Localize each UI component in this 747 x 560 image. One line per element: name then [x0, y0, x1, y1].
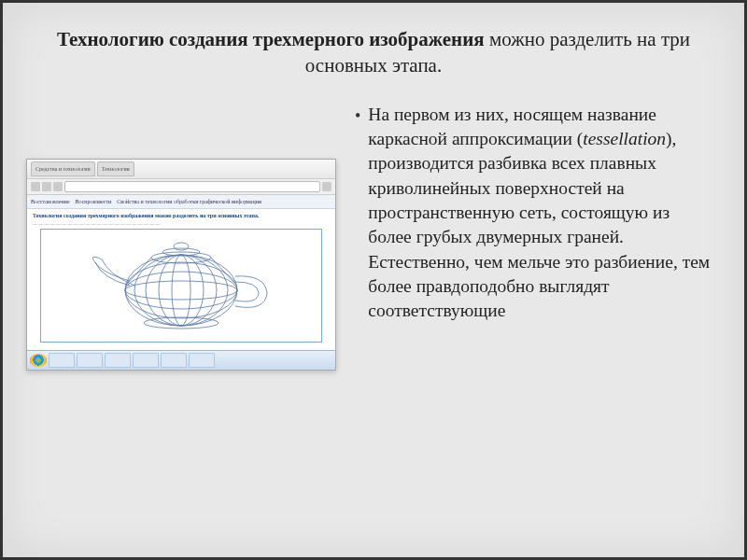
- browser-address-bar: [27, 179, 335, 195]
- taskbar-item: [189, 353, 215, 368]
- svg-point-2: [125, 272, 237, 309]
- taskbar-item: [161, 353, 187, 368]
- svg-point-4: [134, 255, 228, 326]
- toolbar-item: Воспроизвести: [76, 199, 112, 204]
- content-row: Средства и технологии Технологии Восстан…: [3, 93, 744, 371]
- address-field: [64, 181, 320, 192]
- reload-icon: [53, 182, 63, 191]
- page-heading: Технология создания трехмерного изображе…: [33, 213, 330, 218]
- forward-icon: [42, 182, 51, 191]
- browser-tab: Технологии: [97, 161, 134, 176]
- taskbar-item: [77, 353, 103, 368]
- toolbar-item: Свойства и технологии обработки графичес…: [117, 199, 261, 204]
- svg-point-13: [144, 317, 218, 329]
- browser-tab: Средства и технологии: [31, 161, 95, 176]
- taskbar-item: [105, 353, 131, 368]
- browser-screenshot: Средства и технологии Технологии Восстан…: [26, 159, 336, 371]
- svg-point-5: [146, 255, 217, 326]
- svg-point-10: [174, 243, 189, 250]
- bullet-text: На первом из них, носящем название карка…: [368, 103, 716, 324]
- windows-taskbar: [27, 350, 335, 370]
- svg-point-7: [172, 255, 190, 326]
- right-column: • На первом из них, носящем название кар…: [350, 103, 716, 371]
- taskbar-item: [49, 353, 75, 368]
- bullet-item: • На первом из них, носящем название кар…: [355, 103, 716, 324]
- bullet-em: tessellation: [583, 129, 666, 148]
- browser-page: Технология создания трехмерного изображе…: [27, 209, 335, 361]
- browser-toolbar: Восстановление Воспроизвести Свойства и …: [27, 195, 335, 209]
- bullet-part-2: ), производится разбивка всех плавных кр…: [368, 129, 710, 320]
- svg-point-6: [159, 255, 204, 326]
- page-subtext: — — — — — — — — — — — — — — — — — — — — …: [33, 221, 330, 226]
- slide-frame: Технологию создания трехмерного изображе…: [0, 0, 747, 560]
- browser-tabbar: Средства и технологии Технологии: [27, 160, 335, 179]
- back-icon: [31, 182, 40, 191]
- toolbar-item: Восстановление: [31, 199, 70, 204]
- left-column: Средства и технологии Технологии Восстан…: [26, 103, 336, 371]
- title-bold: Технологию создания трехмерного изображе…: [57, 28, 485, 50]
- bullet-dot-icon: •: [355, 105, 360, 128]
- svg-point-0: [125, 255, 237, 326]
- teapot-wireframe-icon: [41, 230, 321, 340]
- teapot-wireframe-box: [40, 229, 322, 343]
- start-button-icon: [30, 354, 47, 367]
- taskbar-item: [133, 353, 159, 368]
- svg-point-3: [125, 281, 237, 300]
- slide-title: Технологию создания трехмерного изображе…: [3, 3, 744, 93]
- menu-icon: [322, 182, 331, 191]
